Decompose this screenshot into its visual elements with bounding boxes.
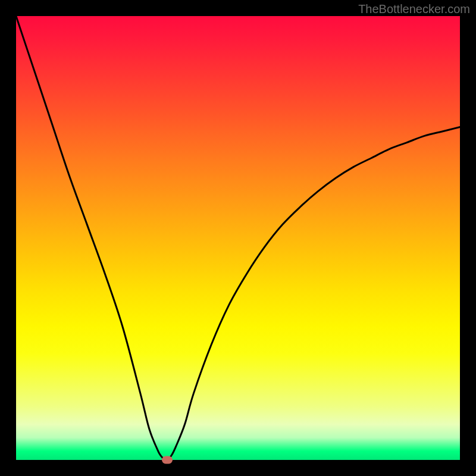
bottleneck-curve xyxy=(16,16,460,460)
curve-path xyxy=(16,16,460,460)
plot-area xyxy=(16,16,460,460)
optimal-point-marker xyxy=(162,456,173,464)
watermark-text: TheBottlenecker.com xyxy=(358,2,470,16)
chart-frame: TheBottlenecker.com xyxy=(0,0,476,476)
